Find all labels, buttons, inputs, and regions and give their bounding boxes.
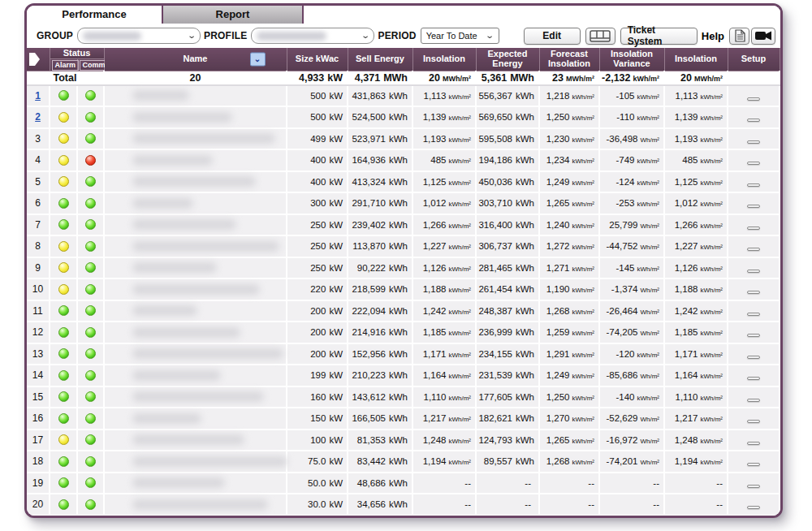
sell-energy-cell: 214,916kWh [348, 322, 412, 343]
site-name-redacted [132, 219, 236, 230]
comm-light [85, 413, 96, 424]
insolation2-header: Insolation [664, 48, 728, 71]
insolation-variance-cell: -44,752Wh/m² [599, 235, 664, 257]
total-row: Total 20 4,933kW 4,371MWh 20MWh/m² 5,361… [27, 71, 780, 85]
insolation2-cell: 1,110kWh/m² [664, 386, 728, 408]
setup-button[interactable] [747, 463, 760, 466]
site-name-redacted [132, 284, 260, 295]
comm-light [85, 327, 96, 338]
site-name-redacted [132, 262, 217, 273]
size-cell: 200kW [287, 300, 348, 322]
insolation-cell: 485kWh/m² [412, 149, 476, 171]
expand-all-header[interactable] [27, 48, 50, 71]
setup-button[interactable] [747, 377, 760, 380]
insolation-cell: 1,110kWh/m² [412, 386, 476, 408]
table-row: 2 500kW 524,500kWh 1,139kWh/m² 569,650kW… [27, 106, 780, 128]
setup-button[interactable] [747, 119, 760, 122]
setup-button[interactable] [747, 97, 760, 101]
insolation2-cell: 1,242kWh/m² [664, 300, 728, 322]
setup-button[interactable] [747, 183, 760, 187]
total-expected-energy: 5,361MWh [476, 71, 539, 85]
comm-light [85, 155, 96, 166]
expected-energy-cell: -- [476, 494, 539, 516]
size-header: Size kWac [287, 48, 348, 71]
expected-energy-cell: 182,621kWh [476, 408, 539, 430]
setup-button[interactable] [747, 270, 760, 273]
insolation-variance-cell: -52,629Wh/m² [599, 408, 664, 430]
name-sort-button[interactable]: ⌄ [250, 53, 266, 67]
forecast-insolation-cell: 1,218kWh/m² [539, 85, 599, 107]
row-number[interactable]: 2 [35, 111, 41, 123]
grid-layout-button[interactable] [585, 28, 615, 45]
size-cell: 100kW [287, 430, 348, 451]
ticket-system-button[interactable]: Ticket System [620, 28, 698, 45]
setup-header: Setup [728, 48, 780, 71]
size-cell: 500kW [287, 106, 348, 128]
period-select[interactable]: Year To Date ⌄ [421, 28, 499, 44]
forecast-insolation-cell: 1,234kWh/m² [539, 149, 599, 171]
size-cell: 75.0kW [287, 451, 348, 473]
table-row: 15 160kW 143,612kWh 1,110kWh/m² 177,605k… [27, 386, 780, 408]
insolation2-cell: 1,113kWh/m² [664, 85, 728, 107]
setup-button[interactable] [747, 313, 760, 316]
expected-energy-cell: 177,605kWh [476, 386, 539, 408]
sell-energy-cell: 90,222kWh [348, 257, 412, 279]
comm-light [85, 499, 96, 510]
insolation-cell: 1,242kWh/m² [412, 300, 476, 322]
setup-button[interactable] [747, 248, 760, 251]
name-header-label: Name [184, 54, 208, 63]
setup-button[interactable] [747, 442, 760, 445]
setup-button[interactable] [747, 205, 760, 208]
comm-light [85, 112, 96, 123]
site-name-redacted [132, 155, 213, 166]
size-cell: 499kW [287, 128, 348, 150]
edit-button[interactable]: Edit [524, 28, 581, 45]
setup-button[interactable] [747, 356, 760, 359]
alarm-light [58, 327, 69, 338]
sell-energy-cell: 523,971kWh [348, 128, 412, 150]
toolbar: GROUP ⌄ PROFILE ⌄ PERIOD Year To Date ⌄ … [27, 24, 780, 48]
tab-report[interactable]: Report [163, 6, 304, 24]
site-name-redacted [132, 133, 275, 144]
row-number: 6 [35, 197, 41, 209]
setup-button[interactable] [747, 506, 760, 509]
insolation-variance-cell: -74,205Wh/m² [599, 322, 664, 343]
site-name-redacted [132, 391, 264, 402]
help-document-button[interactable] [729, 28, 749, 45]
group-label: GROUP [37, 30, 73, 41]
insolation-variance-cell: -105kWh/m² [599, 85, 664, 107]
site-name-redacted [132, 499, 268, 510]
forecast-insolation-cell: 1,190kWh/m² [539, 278, 599, 300]
setup-button[interactable] [747, 227, 760, 230]
setup-button[interactable] [747, 399, 760, 402]
row-number: 3 [35, 133, 41, 145]
insolation2-cell: -- [664, 494, 728, 516]
expected-energy-cell: 306,737kWh [476, 235, 539, 257]
insolation2-cell: 1,248kWh/m² [664, 430, 728, 451]
setup-button[interactable] [747, 334, 760, 337]
comm-light [85, 198, 96, 209]
table-row: 11 200kW 222,094kWh 1,242kWh/m² 248,387k… [27, 300, 780, 322]
row-number: 8 [35, 240, 41, 252]
tab-performance[interactable]: Performance [27, 6, 163, 24]
insolation-cell: 1,125kWh/m² [412, 171, 476, 193]
help-video-button[interactable] [751, 28, 775, 45]
insolation-variance-cell: -36,498Wh/m² [599, 128, 664, 150]
setup-button[interactable] [747, 140, 760, 144]
profile-select[interactable]: ⌄ [251, 28, 374, 44]
setup-button[interactable] [747, 485, 760, 488]
document-icon [734, 29, 745, 42]
group-select[interactable]: ⌄ [77, 28, 201, 44]
site-name-redacted [132, 327, 240, 338]
alarm-light [58, 90, 69, 101]
expected-energy-cell: 556,367kWh [476, 85, 539, 107]
insolation2-cell: 1,266kWh/m² [664, 214, 728, 236]
table-row: 5 400kW 413,324kWh 1,125kWh/m² 450,036kW… [27, 171, 780, 193]
insolation2-cell: -- [664, 473, 728, 494]
setup-button[interactable] [747, 291, 760, 294]
setup-button[interactable] [747, 162, 760, 165]
insolation-variance-cell: 25,799Wh/m² [599, 214, 664, 236]
insolation-cell: 1,185kWh/m² [412, 322, 476, 343]
row-number[interactable]: 1 [35, 90, 41, 101]
setup-button[interactable] [747, 420, 760, 423]
